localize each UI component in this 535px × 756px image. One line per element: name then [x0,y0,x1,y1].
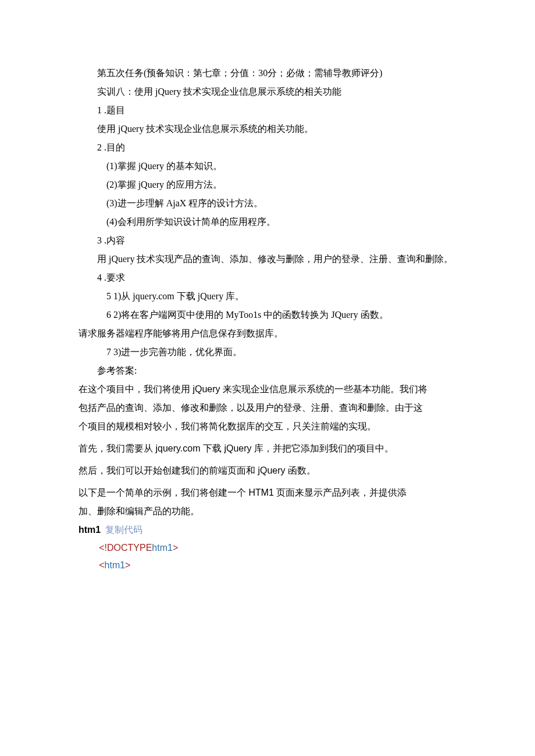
answer-p4-l2: 加、删除和编辑产品的功能。 [79,502,456,521]
answer-p1-l1: 在这个项目中，我们将使用 jQuery 来实现企业信息展示系统的一些基本功能。我… [79,380,456,399]
code-line-2: <htm1> [99,557,456,574]
section-requirement: 4 .要求 [79,268,456,287]
code-token: DOCTYPE [107,543,152,553]
copy-code-link[interactable]: 复制代码 [105,525,142,535]
code-block: <!DOCTYPEhtm1> <htm1> [79,539,456,575]
task-header: 第五次任务(预备知识：第七章；分值：30分；必做；需辅导教师评分) [79,64,456,83]
answer-p2: 首先，我们需要从 jquery.com 下载 jQuery 库，并把它添加到我们… [79,439,456,458]
code-lang-label: htm1 [79,525,101,535]
code-token: htm1 [105,560,126,570]
content-desc: 用 jQuery 技术实现产品的查询、添加、修改与删除，用户的登录、注册、查询和… [79,250,456,268]
answer-p4-l1: 以下是一个简单的示例，我们将创建一个 HTM1 页面来显示产品列表，并提供添 [79,483,456,502]
req-item-1: 5 1)从 jquery.com 下载 jQuery 库。 [79,287,456,306]
topic-desc: 使用 jQuery 技术实现企业信息展示系统的相关功能。 [79,120,456,138]
code-header: htm1 复制代码 [79,521,456,539]
answer-p1-l3: 个项目的规模相对较小，我们将简化数据库的交互，只关注前端的实现。 [79,417,456,436]
purpose-item-1: (1)掌握 jQuery 的基本知识。 [79,157,456,175]
code-token: <! [99,543,107,553]
document-page: 第五次任务(预备知识：第七章；分值：30分；必做；需辅导教师评分) 实训八：使用… [0,0,535,756]
purpose-item-2: (2)掌握 jQuery 的应用方法。 [79,175,456,194]
code-line-1: <!DOCTYPEhtm1> [99,539,456,557]
req-item-2b: 请求服务器端程序能够将用户信息保存到数据库。 [79,324,456,343]
answer-label: 参考答案: [79,361,456,380]
req-item-2: 6 2)将在客户端网页中使用的 MyToo1s 中的函数转换为 JQuery 函… [79,306,456,324]
code-token: > [125,560,130,570]
answer-block: 在这个项目中，我们将使用 jQuery 来实现企业信息展示系统的一些基本功能。我… [79,380,456,521]
section-purpose: 2 .目的 [79,138,456,157]
code-token: > [173,543,178,553]
purpose-item-3: (3)进一步理解 AjaX 程序的设计方法。 [79,194,456,213]
answer-p3: 然后，我们可以开始创建我们的前端页面和 jQuery 函数。 [79,461,456,480]
purpose-item-4: (4)会利用所学知识设计简单的应用程序。 [79,213,456,231]
training-title: 实训八：使用 jQuery 技术实现企业信息展示系统的相关功能 [79,83,456,101]
req-item-3: 7 3)进一步完善功能，优化界面。 [79,343,456,361]
answer-p1-l2: 包括产品的查询、添加、修改和删除，以及用户的登录、注册、查询和删除。由于这 [79,399,456,417]
section-content: 3 .内容 [79,231,456,250]
code-token: < [99,560,104,570]
code-token: htm1 [152,543,173,553]
section-topic: 1 .题目 [79,101,456,120]
